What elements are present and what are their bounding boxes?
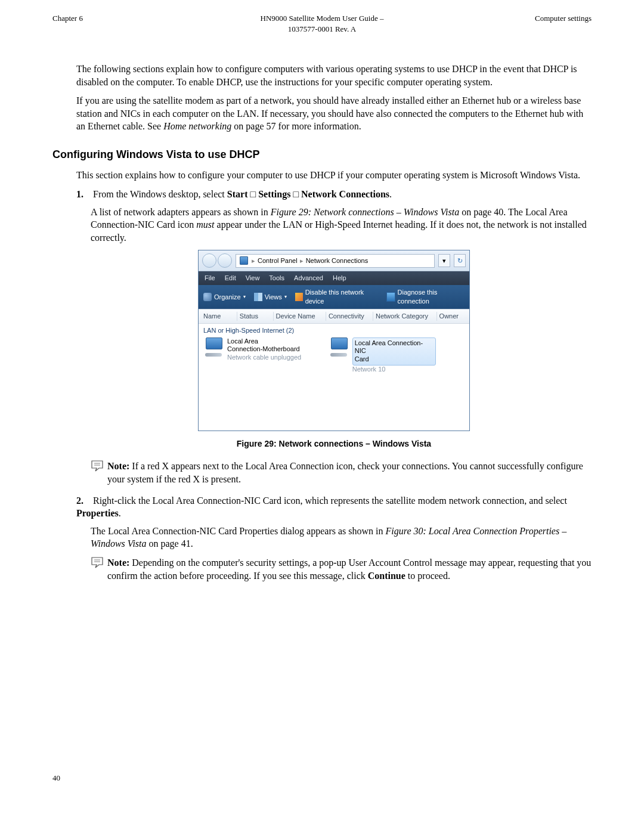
refresh-icon[interactable]: ↻ [454,254,466,267]
col-connectivity[interactable]: Connectivity [326,312,373,321]
note-icon [91,556,107,572]
nav-buttons[interactable] [202,253,232,268]
note-icon [91,460,107,475]
connection-item-nic-card[interactable]: Local Area Connection-NIC Card Network 1… [329,337,436,374]
location-icon [240,256,248,265]
page-header: Chapter 6 HN9000 Satellite Modem User Gu… [52,13,592,34]
menu-bar: File Edit View Tools Advanced Help [199,271,469,285]
back-button-icon[interactable] [202,253,216,268]
page-number: 40 [52,773,592,784]
menu-advanced[interactable]: Advanced [294,274,323,283]
col-category[interactable]: Network Category [373,312,437,321]
intro-p2: If you are using the satellite modem as … [76,94,592,133]
step-2: 2. Right-click the Local Area Connection… [76,494,592,583]
step-2-body: The Local Area Connection-NIC Card Prope… [91,525,592,550]
step-marker: 2. [76,494,91,507]
svg-marker-3 [92,558,103,568]
selected-item-label: Local Area Connection-NIC Card [352,337,436,366]
menu-help[interactable]: Help [333,274,346,283]
command-bar: Organize▾ Views▾ Disable this network de… [199,285,469,309]
chevron-right-icon: ▸ [300,256,304,265]
header-section: Computer settings [478,13,592,34]
disable-icon [295,293,303,301]
intro-p1: The following sections explain how to co… [76,63,592,88]
figure-29-window: ▸ Control Panel ▸ Network Connections ▾ … [198,250,470,431]
step-1-body: A list of network adapters appears as sh… [91,206,592,244]
views-icon [254,293,262,301]
chevron-right-icon: ▸ [252,256,255,265]
menu-tools[interactable]: Tools [269,274,284,283]
header-chapter: Chapter 6 [52,13,166,34]
network-adapter-icon [203,337,224,358]
network-adapter-icon [329,337,349,358]
menu-file[interactable]: File [205,274,215,283]
forward-button-icon[interactable] [218,253,232,268]
step-marker: 1. [76,188,91,201]
header-title: HN9000 Satellite Modem User Guide – 1037… [166,13,478,34]
figure-caption: Figure 29: Network connections – Windows… [76,438,592,450]
col-owner[interactable]: Owner [437,312,465,321]
disable-device-button[interactable]: Disable this network device [295,288,378,306]
step-1: 1. From the Windows desktop, select Star… [76,188,592,486]
intro-block: The following sections explain how to co… [76,63,592,133]
organize-button[interactable]: Organize▾ [203,293,246,302]
items-pane: Local Area Connection-Motherboard Networ… [199,336,469,431]
organize-icon [203,293,212,301]
section-intro: This section explains how to configure y… [76,169,592,182]
menu-edit[interactable]: Edit [225,274,236,283]
steps-list: 1. From the Windows desktop, select Star… [76,188,592,582]
connection-item-motherboard[interactable]: Local Area Connection-Motherboard Networ… [203,337,311,362]
views-button[interactable]: Views▾ [254,293,287,302]
address-dropdown-icon[interactable]: ▾ [438,254,450,267]
note-2: Note: Depending on the computer's securi… [91,556,592,582]
menu-view[interactable]: View [246,274,260,283]
diagnose-icon [386,292,395,302]
col-status[interactable]: Status [237,312,274,321]
group-header: LAN or High-Speed Internet (2) [199,324,469,336]
section-heading: Configuring Windows Vista to use DHCP [52,147,592,162]
note-1: Note: If a red X appears next to the Loc… [91,460,592,485]
column-headers[interactable]: Name Status Device Name Connectivity Net… [199,309,469,324]
col-device[interactable]: Device Name [274,312,326,321]
diagnose-button[interactable]: Diagnose this connection [386,288,465,306]
breadcrumb[interactable]: ▸ Control Panel ▸ Network Connections [236,254,435,268]
svg-marker-0 [92,461,103,471]
col-name[interactable]: Name [203,312,237,321]
address-bar: ▸ Control Panel ▸ Network Connections ▾ … [199,250,469,271]
